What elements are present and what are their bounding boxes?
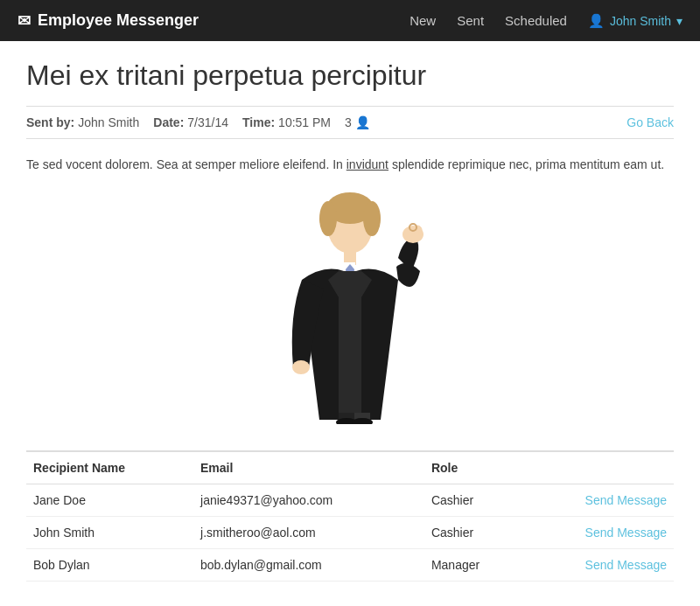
message-body: Te sed vocent dolorem. Sea at semper mel… [26,139,674,183]
recipients-count: 3 👤 [345,115,370,129]
svg-point-2 [319,201,337,236]
col-header-role: Role [424,451,522,484]
recipient-email: bob.dylan@gmail.com [193,548,424,581]
scheduled-link[interactable]: Scheduled [505,13,567,28]
time-meta: Time: 10:51 PM [242,115,331,129]
send-message-cell: Send Message [522,484,674,516]
recipient-email: janie49371@yahoo.com [193,484,424,516]
person-figure [276,192,424,424]
user-name: John Smith [610,14,671,28]
svg-rect-8 [339,271,361,415]
sent-by-value: John Smith [78,115,139,129]
brand-label: Employee Messenger [38,11,199,30]
main-content: Mei ex tritani perpetua percipitur Sent … [0,41,700,599]
col-header-email: Email [193,451,424,484]
message-title: Mei ex tritani perpetua percipitur [26,59,674,92]
send-message-link[interactable]: Send Message [585,558,667,572]
navbar: ✉ Employee Messenger New Sent Scheduled … [0,0,700,41]
time-label: Time: [242,115,275,129]
table-row: Bob Dylan bob.dylan@gmail.com Manager Se… [26,548,674,581]
date-label: Date: [153,115,184,129]
navbar-links: New Sent Scheduled [410,13,567,28]
user-menu[interactable]: 👤 John Smith ▾ [588,13,682,29]
message-image [26,184,674,442]
svg-point-3 [363,201,381,236]
table-header-row: Recipient Name Email Role [26,451,674,484]
new-link[interactable]: New [410,13,436,28]
brand: ✉ Employee Messenger [18,11,410,31]
recipient-role: Cashier [424,516,522,548]
table-row: Jane Doe janie49371@yahoo.com Cashier Se… [26,484,674,516]
envelope-icon: ✉ [18,11,31,31]
date-value: 7/31/14 [187,115,228,129]
time-value: 10:51 PM [278,115,331,129]
sent-by-meta: Sent by: John Smith [26,115,139,129]
go-back-link[interactable]: Go Back [626,115,674,129]
date-meta: Date: 7/31/14 [153,115,228,129]
send-message-link[interactable]: Send Message [585,493,667,507]
recipient-name: Bob Dylan [26,548,193,581]
sent-by-label: Sent by: [26,115,74,129]
send-message-cell: Send Message [522,516,674,548]
recipient-role: Cashier [424,484,522,516]
user-icon: 👤 [588,13,605,29]
recipient-email: j.smitheroo@aol.com [193,516,424,548]
recipient-name: John Smith [26,516,193,548]
body-underline: invidunt [346,157,388,171]
recipients-icon: 👤 [355,115,370,129]
recipient-name: Jane Doe [26,484,193,516]
table-row: John Smith j.smitheroo@aol.com Cashier S… [26,516,674,548]
count-value: 3 [345,115,352,129]
body-text-after: splendide reprimique nec, prima mentitum… [388,157,664,171]
dropdown-icon: ▾ [676,14,682,28]
send-message-cell: Send Message [522,548,674,581]
recipients-table: Recipient Name Email Role Jane Doe janie… [26,450,674,582]
message-meta: Sent by: John Smith Date: 7/31/14 Time: … [26,106,674,139]
col-header-name: Recipient Name [26,451,193,484]
sent-link[interactable]: Sent [457,13,484,28]
body-text-before: Te sed vocent dolorem. Sea at semper mel… [26,157,346,171]
send-message-link[interactable]: Send Message [585,526,667,540]
recipient-role: Manager [424,548,522,581]
col-header-action [522,451,674,484]
svg-point-14 [292,360,310,374]
